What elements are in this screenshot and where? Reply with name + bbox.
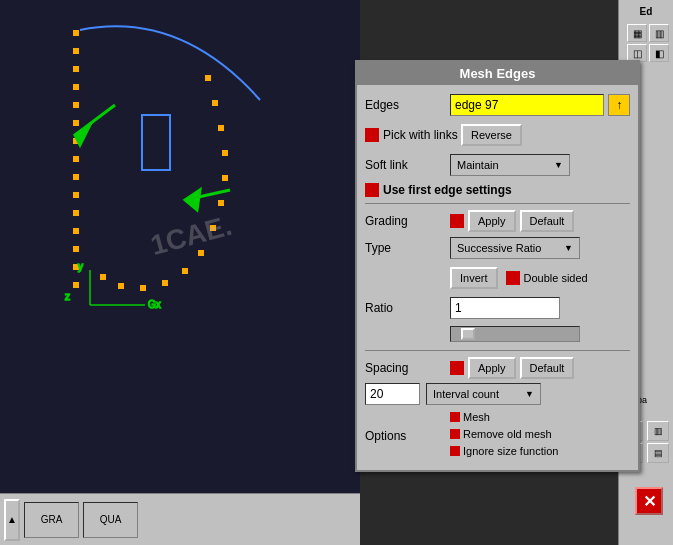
global-btn-2[interactable]: ▥	[647, 421, 669, 441]
cad-canvas: y Gx z 1CAE.	[0, 0, 360, 545]
svg-text:z: z	[65, 291, 70, 302]
invert-button[interactable]: Invert	[450, 267, 498, 289]
svg-rect-21	[218, 200, 224, 206]
svg-rect-9	[73, 174, 79, 180]
toolbar-btn-1[interactable]: ▦	[627, 24, 647, 42]
ratio-slider-track[interactable]	[450, 326, 580, 342]
mesh-edges-dialog: Mesh Edges Edges ↑ Pick with links Rever…	[355, 60, 640, 472]
edges-label: Edges	[365, 98, 450, 112]
svg-rect-20	[222, 175, 228, 181]
svg-rect-15	[73, 282, 79, 288]
type-arrow: ▼	[564, 243, 573, 253]
svg-rect-5	[73, 102, 79, 108]
global-btn-4[interactable]: ▤	[647, 443, 669, 463]
remove-mesh-flag	[450, 429, 460, 439]
warning-icon[interactable]: ✕	[635, 487, 663, 515]
bottom-label-qua: QUA	[83, 502, 138, 538]
svg-rect-17	[212, 100, 218, 106]
mesh-option-label: Mesh	[463, 411, 490, 423]
edge-toolbar-label: Ed	[623, 4, 669, 19]
svg-rect-13	[73, 246, 79, 252]
spacing-flag	[450, 361, 464, 375]
remove-old-mesh-label: Remove old mesh	[463, 428, 552, 440]
use-first-edge-section: Use first edge settings	[365, 183, 630, 197]
soft-link-arrow: ▼	[554, 160, 563, 170]
svg-rect-24	[182, 268, 188, 274]
pick-with-links-label: Pick with links	[383, 128, 461, 142]
toolbar-btn-4[interactable]: ◧	[649, 44, 669, 62]
dialog-title: Mesh Edges	[357, 62, 638, 85]
ignore-size-flag	[450, 446, 460, 456]
svg-rect-28	[100, 274, 106, 280]
double-sided-label: Double sided	[524, 272, 588, 284]
type-dropdown[interactable]: Successive Ratio ▼	[450, 237, 580, 259]
svg-rect-25	[162, 280, 168, 286]
grading-apply-button[interactable]: Apply	[468, 210, 516, 232]
interval-arrow: ▼	[525, 389, 534, 399]
soft-link-value: Maintain	[457, 159, 499, 171]
use-first-edge-label: Use first edge settings	[383, 183, 512, 197]
spacing-input[interactable]	[365, 383, 420, 405]
svg-rect-18	[218, 125, 224, 131]
interval-count-dropdown[interactable]: Interval count ▼	[426, 383, 541, 405]
svg-rect-4	[73, 84, 79, 90]
bottom-label-gra: GRA	[24, 502, 79, 538]
upload-icon[interactable]: ↑	[608, 94, 630, 116]
svg-rect-16	[205, 75, 211, 81]
soft-link-label: Soft link	[365, 158, 450, 172]
type-label: Type	[365, 241, 450, 255]
reverse-button[interactable]: Reverse	[461, 124, 522, 146]
mesh-flag	[450, 412, 460, 422]
ratio-slider-container	[450, 326, 630, 342]
svg-rect-12	[73, 228, 79, 234]
pick-links-flag	[365, 128, 379, 142]
svg-rect-6	[73, 120, 79, 126]
svg-rect-0	[0, 0, 360, 545]
type-value: Successive Ratio	[457, 242, 541, 254]
svg-rect-8	[73, 156, 79, 162]
bottom-toolbar: ▲ GRA QUA	[0, 493, 360, 545]
scroll-up-btn[interactable]: ▲	[4, 499, 20, 541]
ratio-slider-thumb[interactable]	[461, 328, 475, 340]
spacing-label: Spacing	[365, 361, 450, 375]
spacing-default-button[interactable]: Default	[520, 357, 575, 379]
ratio-label: Ratio	[365, 301, 450, 315]
svg-text:Gx: Gx	[148, 299, 161, 310]
svg-rect-10	[73, 192, 79, 198]
ratio-input[interactable]	[450, 297, 560, 319]
svg-rect-2	[73, 48, 79, 54]
first-edge-flag	[365, 183, 379, 197]
soft-link-dropdown[interactable]: Maintain ▼	[450, 154, 570, 176]
interval-count-label: Interval count	[433, 388, 499, 400]
svg-rect-27	[118, 283, 124, 289]
grading-default-button[interactable]: Default	[520, 210, 575, 232]
svg-rect-19	[222, 150, 228, 156]
grading-flag	[450, 214, 464, 228]
svg-rect-26	[140, 285, 146, 291]
svg-rect-23	[198, 250, 204, 256]
grading-label: Grading	[365, 214, 450, 228]
options-label: Options	[365, 429, 450, 443]
toolbar-btn-2[interactable]: ▥	[649, 24, 669, 42]
svg-rect-1	[73, 30, 79, 36]
svg-rect-3	[73, 66, 79, 72]
svg-text:y: y	[78, 261, 83, 272]
spacing-apply-button[interactable]: Apply	[468, 357, 516, 379]
edges-input[interactable]	[450, 94, 604, 116]
double-sided-flag	[506, 271, 520, 285]
svg-rect-11	[73, 210, 79, 216]
ignore-size-label: Ignore size function	[463, 445, 558, 457]
